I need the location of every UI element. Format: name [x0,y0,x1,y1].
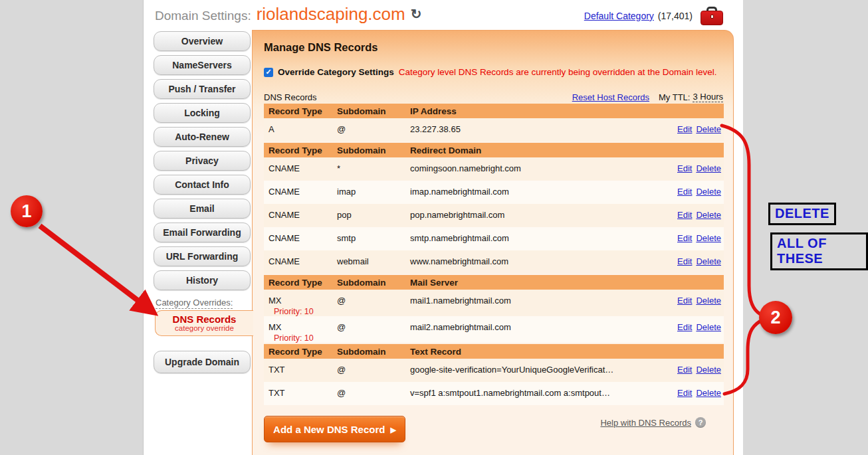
record-value-cell: pop.namebrightmail.com [410,210,654,220]
edit-link[interactable]: Edit [677,124,692,134]
table-row: CNAME*comingsoon.namebright.comEditDelet… [264,157,724,181]
record-type: A [269,124,337,134]
record-type: MX [269,322,337,332]
row-actions: EditDelete [654,256,724,266]
column-header: IP Address [410,106,654,116]
subdomain-cell: @ [337,365,410,375]
edit-link[interactable]: Edit [677,187,692,197]
row-actions: EditDelete [654,365,724,375]
table-row: A@23.227.38.65EditDelete [264,118,724,141]
row-actions: EditDelete [654,322,724,332]
sidebar-item-overview[interactable]: Overview [154,31,251,51]
delete-annotation-box: DELETE [768,203,836,225]
record-type: CNAME [269,187,337,197]
edit-link[interactable]: Edit [677,233,692,243]
sidebar-item-url-forwarding[interactable]: URL Forwarding [154,246,251,266]
table-row: MXPriority: 10@mail1.namebrightmail.comE… [264,290,724,316]
sidebar-item-email-forwarding[interactable]: Email Forwarding [154,223,251,242]
delete-link[interactable]: Delete [696,210,721,220]
record-type-cell: MXPriority: 10 [264,296,337,316]
subdomain-cell: * [337,163,410,173]
record-type: TXT [269,365,337,375]
delete-link[interactable]: Delete [696,256,721,266]
record-value-cell: v=spf1 a:smtpout1.namebrightmail.com a:s… [410,388,654,398]
help-question-icon[interactable]: ? [695,417,706,428]
record-type: CNAME [269,256,337,266]
dns-panel: Manage DNS Records ✓ Override Category S… [252,30,734,455]
briefcase-icon[interactable] [701,7,723,25]
delete-link[interactable]: Delete [696,163,721,173]
row-actions: EditDelete [654,388,724,398]
delete-link[interactable]: Delete [696,322,721,332]
record-type: CNAME [269,233,337,243]
reset-host-records-link[interactable]: Reset Host Records [572,92,649,102]
dns-records-tab-label: DNS Records [173,314,237,324]
row-actions: EditDelete [654,210,724,220]
table-row: CNAMEwebmailwww.namebrightmail.comEditDe… [264,250,724,274]
sidebar-item-privacy[interactable]: Privacy [154,151,251,171]
table-row: CNAMEpoppop.namebrightmail.comEditDelete [264,204,724,227]
panel-heading: Manage DNS Records [264,41,723,54]
record-value-cell: imap.namebrightmail.com [410,187,654,197]
record-type-cell: TXT [264,365,337,375]
record-type-cell: CNAME [264,210,337,220]
help-dns-records-link[interactable]: Help with DNS Records [600,418,691,428]
row-actions: EditDelete [654,163,724,173]
ttl-value[interactable]: 3 Hours [693,92,723,102]
button-arrow-icon: ▶ [390,426,395,434]
subdomain-cell: smtp [337,233,410,243]
dns-table: Record TypeSubdomainIP AddressA@23.227.3… [264,104,724,405]
override-warning-text: Category level DNS Records are currently… [399,67,717,77]
delete-link[interactable]: Delete [696,388,721,398]
sidebar-item-nameservers[interactable]: NameServers [154,55,251,75]
edit-link[interactable]: Edit [677,256,692,266]
edit-link[interactable]: Edit [677,322,692,332]
column-header: Text Record [410,347,654,357]
delete-link[interactable]: Delete [696,296,721,306]
default-category-link[interactable]: Default Category [584,11,654,21]
edit-link[interactable]: Edit [677,296,692,306]
row-actions: EditDelete [654,233,724,243]
record-type-cell: A [264,124,337,134]
step1-arrow [40,226,152,311]
edit-link[interactable]: Edit [677,210,692,220]
record-type-cell: CNAME [264,256,337,266]
table-row: TXT@v=spf1 a:smtpout1.namebrightmail.com… [264,382,724,405]
topbar: Domain Settings: riolandscaping.com ↻ De… [144,0,743,29]
record-value-cell: comingsoon.namebright.com [410,163,654,173]
delete-link[interactable]: Delete [696,365,721,375]
refresh-icon[interactable]: ↻ [411,6,422,22]
subdomain-cell: @ [337,296,410,306]
sidebar-item-auto-renew[interactable]: Auto-Renew [154,127,251,147]
delete-link[interactable]: Delete [696,233,721,243]
record-value-cell: smtp.namebrightmail.com [410,233,654,243]
sidebar-item-contact-info[interactable]: Contact Info [154,175,251,195]
sidebar-item-email[interactable]: Email [154,199,251,219]
record-type-cell: CNAME [264,233,337,243]
sidebar-item-push-transfer[interactable]: Push / Transfer [154,79,251,99]
edit-link[interactable]: Edit [677,388,692,398]
column-header: Record Type [264,106,337,116]
sidebar-item-dns-records[interactable]: DNS Records category override [155,310,253,336]
sidebar-item-locking[interactable]: Locking [154,103,251,123]
subdomain-cell: @ [337,388,410,398]
override-category-checkbox[interactable]: ✓ [264,68,273,77]
sidebar-item-history[interactable]: History [154,270,251,290]
record-type: CNAME [269,210,337,220]
edit-link[interactable]: Edit [677,163,692,173]
default-category-count: (17,401) [658,11,693,21]
upgrade-domain-button[interactable]: Upgrade Domain [154,351,251,373]
delete-link[interactable]: Delete [696,124,721,134]
table-section-header: Record TypeSubdomainText Record [264,344,724,359]
column-header: Redirect Domain [410,145,654,155]
subdomain-cell: @ [337,322,410,332]
record-type-cell: TXT [264,388,337,398]
add-dns-record-button[interactable]: Add a New DNS Record ▶ [264,416,405,442]
edit-link[interactable]: Edit [677,365,692,375]
delete-link[interactable]: Delete [696,187,721,197]
record-value-cell: mail1.namebrightmail.com [410,296,654,306]
step-2-badge: 2 [759,301,792,334]
record-priority: Priority: 10 [269,307,337,316]
step-1-badge: 1 [11,195,43,227]
category-overrides-label[interactable]: Category Overrides: [156,298,233,309]
